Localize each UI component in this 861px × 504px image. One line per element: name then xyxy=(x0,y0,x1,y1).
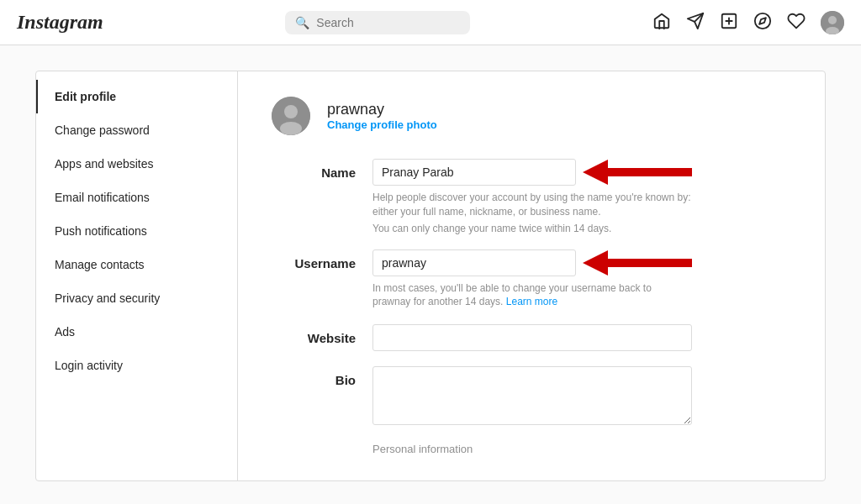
home-icon[interactable] xyxy=(652,12,671,34)
bio-label: Bio xyxy=(272,366,356,387)
name-input-with-arrow xyxy=(372,159,692,186)
learn-more-link[interactable]: Learn more xyxy=(506,296,557,307)
sidebar-item-ads[interactable]: Ads xyxy=(36,315,237,349)
new-post-icon[interactable] xyxy=(720,12,738,34)
svg-point-12 xyxy=(280,122,302,135)
search-icon: 🔍 xyxy=(295,16,309,29)
instagram-logo: Instagram xyxy=(17,11,103,34)
edit-profile-form: prawnay Change profile photo Name xyxy=(238,71,825,480)
change-photo-link[interactable]: Change profile photo xyxy=(327,118,437,131)
search-input[interactable] xyxy=(316,16,460,29)
username-input-with-arrow xyxy=(372,249,692,276)
profile-username-display: prawnay xyxy=(327,101,437,118)
heart-icon[interactable] xyxy=(787,12,806,34)
header: Instagram 🔍 xyxy=(0,0,861,45)
name-hint: Help people discover your account by usi… xyxy=(372,191,692,219)
name-hint-secondary: You can only change your name twice with… xyxy=(372,223,692,234)
username-field-wrap: In most cases, you'll be able to change … xyxy=(372,249,692,310)
username-input[interactable] xyxy=(372,249,576,276)
name-label: Name xyxy=(272,159,356,180)
website-row: Website xyxy=(272,324,791,351)
svg-marker-13 xyxy=(583,160,692,185)
profile-header: prawnay Change profile photo xyxy=(272,97,791,135)
username-hint: In most cases, you'll be able to change … xyxy=(372,281,692,310)
svg-marker-14 xyxy=(583,250,692,276)
name-field-wrap: Help people discover your account by usi… xyxy=(372,159,692,234)
svg-point-8 xyxy=(828,16,837,24)
sidebar-item-change-password[interactable]: Change password xyxy=(36,113,237,147)
bio-input[interactable] xyxy=(372,366,692,425)
sidebar-item-login-activity[interactable]: Login activity xyxy=(36,349,237,382)
profile-avatar[interactable] xyxy=(272,97,310,135)
nav-icons xyxy=(652,11,844,34)
svg-marker-6 xyxy=(759,18,766,24)
username-row: Username In most cases, you'll be able t… xyxy=(272,249,791,310)
bio-field-wrap xyxy=(372,366,692,428)
sidebar-item-manage-contacts[interactable]: Manage contacts xyxy=(36,248,237,281)
name-input[interactable] xyxy=(372,159,576,186)
sidebar-item-apps-websites[interactable]: Apps and websites xyxy=(36,147,237,181)
settings-sidebar: Edit profile Change password Apps and we… xyxy=(36,71,238,480)
settings-panel: Edit profile Change password Apps and we… xyxy=(35,71,826,481)
profile-info: prawnay Change profile photo xyxy=(327,101,437,131)
page-wrapper: Edit profile Change password Apps and we… xyxy=(0,71,861,481)
sidebar-item-email-notifications[interactable]: Email notifications xyxy=(36,181,237,214)
name-row: Name Help people discover your account b… xyxy=(272,159,791,234)
personal-info-section-label: Personal information xyxy=(272,443,791,455)
explore-icon[interactable] xyxy=(686,12,705,34)
username-red-arrow xyxy=(583,250,692,276)
website-field-wrap xyxy=(372,324,692,351)
website-input[interactable] xyxy=(372,324,692,351)
user-avatar[interactable] xyxy=(821,11,844,34)
website-label: Website xyxy=(272,324,356,345)
username-label: Username xyxy=(272,249,356,270)
search-bar[interactable]: 🔍 xyxy=(285,11,470,34)
sidebar-item-push-notifications[interactable]: Push notifications xyxy=(36,214,237,248)
bio-row: Bio xyxy=(272,366,791,428)
svg-point-11 xyxy=(284,105,298,118)
sidebar-item-edit-profile[interactable]: Edit profile xyxy=(36,80,237,113)
compass-icon[interactable] xyxy=(753,12,772,34)
sidebar-item-privacy-security[interactable]: Privacy and security xyxy=(36,281,237,315)
svg-point-5 xyxy=(755,13,770,28)
name-red-arrow xyxy=(583,160,692,185)
